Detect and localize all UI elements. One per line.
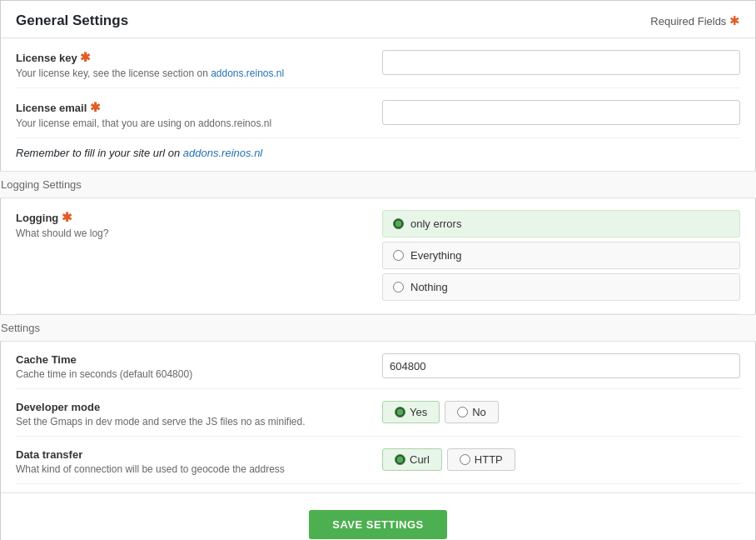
license-email-label-col: License email ✱ Your license email, that… bbox=[16, 100, 382, 129]
data-transfer-label: Data transfer bbox=[16, 448, 366, 461]
logging-option-nothing[interactable]: Nothing bbox=[382, 273, 740, 301]
cache-time-input-col bbox=[382, 353, 740, 378]
cache-time-label-col: Cache Time Cache time in seconds (defaul… bbox=[16, 353, 382, 380]
data-transfer-http[interactable]: HTTP bbox=[447, 448, 515, 471]
license-email-required-icon: ✱ bbox=[90, 100, 101, 114]
logging-radio-nothing[interactable] bbox=[393, 282, 404, 292]
license-email-row: License email ✱ Your license email, that… bbox=[16, 88, 740, 138]
data-transfer-desc: What kind of connection will be used to … bbox=[16, 463, 366, 475]
logging-label: Logging ✱ bbox=[16, 210, 366, 225]
license-key-required-icon: ✱ bbox=[80, 50, 91, 64]
developer-mode-label: Developer mode bbox=[16, 401, 366, 413]
data-transfer-radio-curl[interactable] bbox=[395, 454, 405, 465]
logging-required-icon: ✱ bbox=[62, 210, 72, 224]
required-fields-label: Required Fields ✱ bbox=[650, 13, 740, 28]
logging-radio-only-errors[interactable] bbox=[393, 218, 404, 229]
developer-mode-radio-group: Yes No bbox=[382, 401, 740, 423]
data-transfer-curl[interactable]: Curl bbox=[382, 448, 442, 471]
license-key-input-col bbox=[382, 50, 740, 75]
cache-time-label: Cache Time bbox=[16, 353, 366, 366]
page-title: General Settings bbox=[16, 12, 128, 29]
developer-mode-radio-yes[interactable] bbox=[395, 407, 405, 418]
settings-section-header: Settings bbox=[0, 314, 756, 342]
developer-mode-row: Developer mode Set the Gmaps in dev mode… bbox=[16, 389, 740, 437]
settings-content: Cache Time Cache time in seconds (defaul… bbox=[1, 342, 755, 484]
cache-time-desc: Cache time in seconds (default 604800) bbox=[16, 368, 366, 380]
save-bar: SAVE SETTINGS bbox=[1, 492, 755, 540]
logging-option-only-errors[interactable]: only errors bbox=[382, 210, 740, 238]
main-content: License key ✱ Your license key, see the … bbox=[1, 38, 755, 171]
logging-option-everything[interactable]: Everything bbox=[382, 242, 740, 269]
license-email-desc: Your license email, that you are using o… bbox=[16, 118, 366, 129]
data-transfer-input-col: Curl HTTP bbox=[382, 448, 740, 471]
license-key-row: License key ✱ Your license key, see the … bbox=[16, 38, 740, 88]
data-transfer-label-col: Data transfer What kind of connection wi… bbox=[16, 448, 382, 475]
page-header: General Settings Required Fields ✱ bbox=[1, 1, 755, 38]
license-key-input[interactable] bbox=[382, 50, 740, 75]
logging-label-col: Logging ✱ What should we log? bbox=[16, 210, 382, 239]
data-transfer-radio-group: Curl HTTP bbox=[382, 448, 740, 471]
italic-note: Remember to fill in your site url on add… bbox=[16, 138, 740, 171]
italic-note-link[interactable]: addons.reinos.nl bbox=[183, 147, 262, 159]
logging-desc: What should we log? bbox=[16, 228, 366, 239]
page-wrap: General Settings Required Fields ✱ Licen… bbox=[0, 0, 756, 540]
logging-input-col: only errors Everything Nothing bbox=[382, 210, 740, 305]
logging-radio-group: only errors Everything Nothing bbox=[382, 210, 740, 305]
license-key-link[interactable]: addons.reinos.nl bbox=[211, 68, 284, 79]
developer-mode-yes[interactable]: Yes bbox=[382, 401, 440, 423]
cache-time-input[interactable] bbox=[382, 353, 740, 378]
logging-row: Logging ✱ What should we log? only error… bbox=[16, 198, 740, 314]
logging-content: Logging ✱ What should we log? only error… bbox=[1, 198, 755, 314]
developer-mode-desc: Set the Gmaps in dev mode and serve the … bbox=[16, 416, 366, 428]
license-key-desc: Your license key, see the license sectio… bbox=[16, 68, 366, 79]
data-transfer-row: Data transfer What kind of connection wi… bbox=[16, 437, 740, 484]
logging-section-header: Logging Settings bbox=[0, 171, 756, 198]
logging-radio-everything[interactable] bbox=[393, 250, 404, 261]
license-key-label-col: License key ✱ Your license key, see the … bbox=[16, 50, 382, 79]
license-email-label: License email ✱ bbox=[16, 100, 366, 115]
license-key-label: License key ✱ bbox=[16, 50, 366, 65]
developer-mode-radio-no[interactable] bbox=[457, 407, 468, 418]
license-email-input-col bbox=[382, 100, 740, 125]
data-transfer-radio-http[interactable] bbox=[460, 454, 470, 465]
required-star-icon: ✱ bbox=[729, 13, 740, 28]
developer-mode-label-col: Developer mode Set the Gmaps in dev mode… bbox=[16, 401, 382, 428]
cache-time-row: Cache Time Cache time in seconds (defaul… bbox=[16, 342, 740, 389]
license-email-input[interactable] bbox=[382, 100, 740, 125]
save-button[interactable]: SAVE SETTINGS bbox=[309, 510, 447, 539]
developer-mode-no[interactable]: No bbox=[445, 401, 499, 423]
developer-mode-input-col: Yes No bbox=[382, 401, 740, 423]
